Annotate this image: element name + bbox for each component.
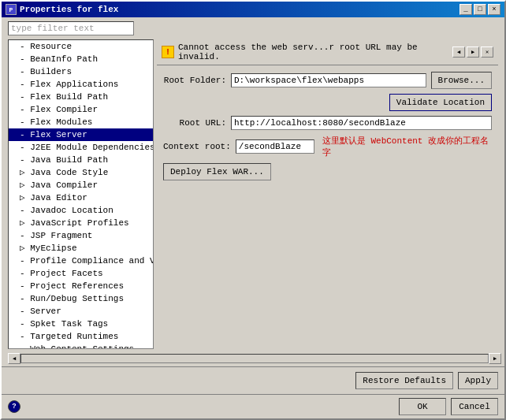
- window-icon: P: [6, 4, 17, 15]
- tree-item-javascript[interactable]: ▷ JavaScript Profiles: [9, 217, 153, 229]
- nav-back-button[interactable]: ◀: [452, 46, 465, 58]
- tree-item-flex-server[interactable]: - Flex Server: [9, 128, 153, 141]
- minimize-button[interactable]: _: [459, 4, 472, 15]
- context-root-row: Context root: 这里默认是 WebContent 改成你的工程名字: [163, 135, 492, 158]
- tree-item-flex-compiler[interactable]: - Flex Compiler: [9, 103, 153, 116]
- search-input[interactable]: [8, 21, 134, 35]
- nav-forward-button[interactable]: ▶: [467, 46, 479, 58]
- tree-item-myeclipse[interactable]: ▷ MyEclipse: [9, 242, 153, 255]
- root-folder-row: Root Folder: Browse...: [163, 72, 492, 89]
- warning-bar: ! Cannot access the web serv...r root UR…: [157, 39, 498, 65]
- tree-item-profile[interactable]: - Profile Compliance and Va: [9, 255, 153, 267]
- tree-item-flex-applications[interactable]: - Flex Applications: [9, 78, 153, 91]
- tree-item-project-refs[interactable]: - Project References: [9, 280, 153, 292]
- properties-window: P Properties for flex _ □ × - Resource -…: [0, 0, 506, 420]
- tree-item-server[interactable]: - Server: [9, 305, 153, 318]
- right-panel: ! Cannot access the web serv...r root UR…: [157, 39, 498, 349]
- deploy-button[interactable]: Deploy Flex WAR...: [163, 163, 271, 180]
- title-bar: P Properties for flex _ □ ×: [2, 2, 504, 17]
- nav-stop-button[interactable]: ✕: [481, 46, 493, 58]
- status-ok-bar: ? OK Cancel: [2, 394, 504, 418]
- tree-item-java-editor[interactable]: ▷ Java Editor: [9, 191, 153, 204]
- tree-item-flex-build-path[interactable]: - Flex Build Path: [9, 91, 153, 103]
- warning-icon: !: [162, 46, 174, 58]
- validate-row: Validate Location: [163, 94, 492, 111]
- title-bar-buttons: _ □ ×: [459, 4, 500, 15]
- restore-defaults-button[interactable]: Restore Defaults: [355, 372, 453, 389]
- content-area: - Resource - BeanInfo Path - Builders - …: [2, 17, 504, 418]
- tree-item-java-code-style[interactable]: ▷ Java Code Style: [9, 166, 153, 179]
- tree-item-builders[interactable]: - Builders: [9, 65, 153, 78]
- tree-panel: - Resource - BeanInfo Path - Builders - …: [8, 39, 154, 349]
- tree-item-spket[interactable]: - Spket Task Tags: [9, 318, 153, 330]
- root-url-input[interactable]: [231, 116, 492, 130]
- scroll-left-button[interactable]: ◀: [8, 353, 20, 364]
- maximize-button[interactable]: □: [474, 4, 486, 15]
- scroll-right-button[interactable]: ▶: [489, 353, 501, 364]
- form-area: Root Folder: Browse... Validate Location…: [157, 65, 498, 349]
- root-folder-input[interactable]: [231, 73, 426, 87]
- tree-item-java-build[interactable]: - Java Build Path: [9, 154, 153, 166]
- tree-item-jsp[interactable]: - JSP Fragment: [9, 229, 153, 242]
- warning-text: Cannot access the web serv...r root URL …: [178, 43, 448, 61]
- tree-item-java-compiler[interactable]: ▷ Java Compiler: [9, 179, 153, 191]
- apply-button[interactable]: Apply: [458, 372, 498, 389]
- cancel-button[interactable]: Cancel: [451, 398, 498, 415]
- deploy-row: Deploy Flex WAR...: [163, 163, 492, 180]
- root-url-row: Root URL:: [163, 116, 492, 130]
- root-url-label: Root URL:: [163, 118, 226, 128]
- main-pane: - Resource - BeanInfo Path - Builders - …: [2, 39, 504, 352]
- browse-button[interactable]: Browse...: [431, 72, 492, 89]
- root-folder-label: Root Folder:: [163, 76, 226, 85]
- tree-item-run-debug[interactable]: - Run/Debug Settings: [9, 292, 153, 305]
- context-root-label: Context root:: [163, 142, 231, 151]
- tree-item-web-content[interactable]: - Web Content Settings: [9, 343, 153, 349]
- tree-item-resource[interactable]: - Resource: [9, 40, 153, 53]
- bottom-action-buttons: Restore Defaults Apply: [2, 366, 504, 394]
- validate-button[interactable]: Validate Location: [389, 94, 492, 111]
- tree-item-targeted[interactable]: - Targeted Runtimes: [9, 330, 153, 343]
- scrollbar-track[interactable]: [20, 354, 489, 363]
- tree-item-javadoc[interactable]: - Javadoc Location: [9, 204, 153, 217]
- title-bar-left: P Properties for flex: [6, 4, 118, 15]
- close-button[interactable]: ×: [488, 4, 500, 15]
- help-icon[interactable]: ?: [8, 400, 20, 413]
- tree-item-j2ee[interactable]: - J2EE Module Dependencies: [9, 141, 153, 154]
- scrollbar-area: ◀ ▶: [8, 352, 501, 365]
- context-root-note: 这里默认是 WebContent 改成你的工程名字: [322, 135, 492, 158]
- window-title: Properties for flex: [20, 5, 118, 14]
- tree-item-project-facets[interactable]: - Project Facets: [9, 267, 153, 280]
- search-bar: [2, 17, 504, 39]
- ok-button[interactable]: OK: [399, 398, 446, 415]
- context-root-input[interactable]: [236, 139, 314, 154]
- tree-item-beaninfo[interactable]: - BeanInfo Path: [9, 53, 153, 65]
- tree-item-flex-modules[interactable]: - Flex Modules: [9, 116, 153, 128]
